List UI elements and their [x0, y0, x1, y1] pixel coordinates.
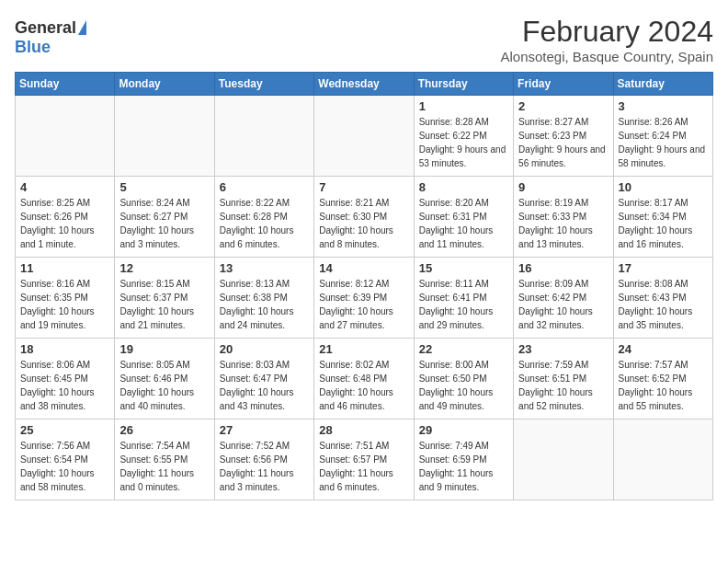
week-row-3: 11Sunrise: 8:16 AM Sunset: 6:35 PM Dayli…: [16, 258, 713, 339]
header-cell-friday: Friday: [514, 73, 613, 96]
day-info: Sunrise: 7:56 AM Sunset: 6:54 PM Dayligh…: [20, 439, 109, 494]
week-row-4: 18Sunrise: 8:06 AM Sunset: 6:45 PM Dayli…: [16, 339, 713, 419]
day-number: 10: [619, 180, 708, 194]
day-cell: 19Sunrise: 8:05 AM Sunset: 6:46 PM Dayli…: [115, 339, 214, 419]
day-info: Sunrise: 7:54 AM Sunset: 6:55 PM Dayligh…: [119, 439, 209, 494]
day-number: 26: [119, 423, 209, 437]
day-number: 20: [220, 342, 309, 356]
day-cell: 7Sunrise: 8:21 AM Sunset: 6:30 PM Daylig…: [314, 177, 414, 258]
day-cell: 10Sunrise: 8:17 AM Sunset: 6:34 PM Dayli…: [613, 177, 712, 258]
day-cell: 12Sunrise: 8:15 AM Sunset: 6:37 PM Dayli…: [115, 258, 214, 339]
day-number: 23: [518, 342, 608, 356]
day-cell: 20Sunrise: 8:03 AM Sunset: 6:47 PM Dayli…: [214, 339, 313, 419]
day-cell: 23Sunrise: 7:59 AM Sunset: 6:51 PM Dayli…: [514, 339, 613, 419]
day-number: 11: [20, 261, 109, 275]
day-cell: 14Sunrise: 8:12 AM Sunset: 6:39 PM Dayli…: [314, 258, 414, 339]
day-cell: 9Sunrise: 8:19 AM Sunset: 6:33 PM Daylig…: [514, 177, 613, 258]
day-info: Sunrise: 8:28 AM Sunset: 6:22 PM Dayligh…: [419, 115, 508, 170]
day-cell: 4Sunrise: 8:25 AM Sunset: 6:26 PM Daylig…: [16, 177, 115, 258]
day-cell: 22Sunrise: 8:00 AM Sunset: 6:50 PM Dayli…: [414, 339, 513, 419]
day-number: 27: [220, 423, 309, 437]
day-cell: 15Sunrise: 8:11 AM Sunset: 6:41 PM Dayli…: [414, 258, 513, 339]
day-number: 17: [619, 261, 708, 275]
day-cell: 21Sunrise: 8:02 AM Sunset: 6:48 PM Dayli…: [314, 339, 414, 419]
day-info: Sunrise: 8:12 AM Sunset: 6:39 PM Dayligh…: [319, 277, 408, 332]
day-cell: 8Sunrise: 8:20 AM Sunset: 6:31 PM Daylig…: [414, 177, 513, 258]
day-info: Sunrise: 7:59 AM Sunset: 6:51 PM Dayligh…: [518, 358, 608, 413]
day-info: Sunrise: 8:20 AM Sunset: 6:31 PM Dayligh…: [419, 196, 508, 251]
day-number: 14: [319, 261, 408, 275]
day-info: Sunrise: 8:24 AM Sunset: 6:27 PM Dayligh…: [119, 196, 209, 251]
day-info: Sunrise: 8:00 AM Sunset: 6:50 PM Dayligh…: [419, 358, 508, 413]
day-info: Sunrise: 8:02 AM Sunset: 6:48 PM Dayligh…: [319, 358, 408, 413]
day-number: 18: [20, 342, 109, 356]
day-cell: [613, 419, 712, 500]
day-number: 3: [619, 99, 708, 113]
day-cell: [16, 96, 115, 177]
day-number: 28: [319, 423, 408, 437]
day-number: 5: [119, 180, 209, 194]
logo-blue-text: Blue: [15, 38, 51, 57]
logo-triangle-icon: [78, 20, 86, 35]
day-info: Sunrise: 8:03 AM Sunset: 6:47 PM Dayligh…: [220, 358, 309, 413]
day-number: 16: [518, 261, 608, 275]
day-number: 13: [220, 261, 309, 275]
day-info: Sunrise: 8:09 AM Sunset: 6:42 PM Dayligh…: [518, 277, 608, 332]
calendar-table: SundayMondayTuesdayWednesdayThursdayFrid…: [15, 72, 713, 500]
day-cell: 6Sunrise: 8:22 AM Sunset: 6:28 PM Daylig…: [214, 177, 313, 258]
day-number: 21: [319, 342, 408, 356]
month-title: February 2024: [500, 15, 713, 49]
day-number: 2: [518, 99, 608, 113]
day-cell: 25Sunrise: 7:56 AM Sunset: 6:54 PM Dayli…: [16, 419, 115, 500]
day-cell: 5Sunrise: 8:24 AM Sunset: 6:27 PM Daylig…: [115, 177, 214, 258]
location-title: Alonsotegi, Basque Country, Spain: [500, 49, 713, 64]
day-info: Sunrise: 8:26 AM Sunset: 6:24 PM Dayligh…: [619, 115, 708, 170]
day-number: 7: [319, 180, 408, 194]
day-info: Sunrise: 8:16 AM Sunset: 6:35 PM Dayligh…: [20, 277, 109, 332]
calendar-header-row: SundayMondayTuesdayWednesdayThursdayFrid…: [16, 73, 713, 96]
day-number: 29: [419, 423, 508, 437]
header-cell-monday: Monday: [115, 73, 214, 96]
week-row-2: 4Sunrise: 8:25 AM Sunset: 6:26 PM Daylig…: [16, 177, 713, 258]
day-info: Sunrise: 7:51 AM Sunset: 6:57 PM Dayligh…: [319, 439, 408, 494]
day-info: Sunrise: 8:17 AM Sunset: 6:34 PM Dayligh…: [619, 196, 708, 251]
day-cell: 16Sunrise: 8:09 AM Sunset: 6:42 PM Dayli…: [514, 258, 613, 339]
day-info: Sunrise: 8:13 AM Sunset: 6:38 PM Dayligh…: [220, 277, 309, 332]
day-cell: 28Sunrise: 7:51 AM Sunset: 6:57 PM Dayli…: [314, 419, 414, 500]
logo: General Blue: [15, 18, 86, 57]
day-cell: 2Sunrise: 8:27 AM Sunset: 6:23 PM Daylig…: [514, 96, 613, 177]
day-cell: [115, 96, 214, 177]
day-number: 4: [20, 180, 109, 194]
day-cell: 3Sunrise: 8:26 AM Sunset: 6:24 PM Daylig…: [613, 96, 712, 177]
day-cell: [214, 96, 313, 177]
day-cell: 1Sunrise: 8:28 AM Sunset: 6:22 PM Daylig…: [414, 96, 513, 177]
day-number: 19: [119, 342, 209, 356]
day-number: 9: [518, 180, 608, 194]
day-number: 6: [220, 180, 309, 194]
day-info: Sunrise: 8:06 AM Sunset: 6:45 PM Dayligh…: [20, 358, 109, 413]
logo-general-text: General: [15, 18, 76, 38]
day-number: 15: [419, 261, 508, 275]
header: General Blue February 2024 Alonsotegi, B…: [15, 15, 713, 64]
day-info: Sunrise: 8:05 AM Sunset: 6:46 PM Dayligh…: [119, 358, 209, 413]
day-info: Sunrise: 8:19 AM Sunset: 6:33 PM Dayligh…: [518, 196, 608, 251]
day-info: Sunrise: 7:57 AM Sunset: 6:52 PM Dayligh…: [619, 358, 708, 413]
day-info: Sunrise: 7:52 AM Sunset: 6:56 PM Dayligh…: [220, 439, 309, 494]
week-row-5: 25Sunrise: 7:56 AM Sunset: 6:54 PM Dayli…: [16, 419, 713, 500]
day-cell: [514, 419, 613, 500]
day-info: Sunrise: 8:08 AM Sunset: 6:43 PM Dayligh…: [619, 277, 708, 332]
day-number: 25: [20, 423, 109, 437]
day-info: Sunrise: 8:22 AM Sunset: 6:28 PM Dayligh…: [220, 196, 309, 251]
day-number: 22: [419, 342, 508, 356]
day-cell: 17Sunrise: 8:08 AM Sunset: 6:43 PM Dayli…: [613, 258, 712, 339]
day-number: 24: [619, 342, 708, 356]
day-number: 1: [419, 99, 508, 113]
day-cell: 13Sunrise: 8:13 AM Sunset: 6:38 PM Dayli…: [214, 258, 313, 339]
week-row-1: 1Sunrise: 8:28 AM Sunset: 6:22 PM Daylig…: [16, 96, 713, 177]
calendar-body: 1Sunrise: 8:28 AM Sunset: 6:22 PM Daylig…: [16, 96, 713, 500]
day-info: Sunrise: 8:27 AM Sunset: 6:23 PM Dayligh…: [518, 115, 608, 170]
day-number: 8: [419, 180, 508, 194]
day-cell: 26Sunrise: 7:54 AM Sunset: 6:55 PM Dayli…: [115, 419, 214, 500]
day-cell: 18Sunrise: 8:06 AM Sunset: 6:45 PM Dayli…: [16, 339, 115, 419]
day-info: Sunrise: 8:15 AM Sunset: 6:37 PM Dayligh…: [119, 277, 209, 332]
